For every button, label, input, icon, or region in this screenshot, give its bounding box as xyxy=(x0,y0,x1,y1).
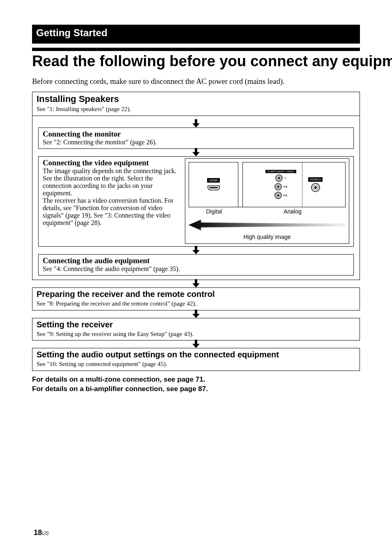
svg-point-14 xyxy=(314,186,317,189)
step-subtext: See "2: Connecting the monitor" (page 26… xyxy=(43,139,349,146)
digital-analog-labels: Digital Analog xyxy=(189,207,346,215)
page-number-suffix: US xyxy=(42,531,49,536)
quality-gradient-arrow xyxy=(189,220,346,230)
step-title: Connecting the monitor xyxy=(43,130,349,139)
svg-marker-1 xyxy=(192,148,200,156)
page-number-value: 18 xyxy=(34,528,42,537)
footnotes: For details on a multi-zone connection, … xyxy=(32,375,360,394)
y-label: Y xyxy=(284,177,286,180)
step-subtext: See "10: Setting up connected equipment"… xyxy=(37,360,355,368)
page-number: 18US xyxy=(34,528,49,537)
hdmi-jack-box: HDMI xyxy=(189,162,238,207)
page-title: Read the following before you connect an… xyxy=(32,48,360,70)
quality-label: High quality image xyxy=(189,234,346,240)
svg-marker-18 xyxy=(192,310,200,318)
analog-label: Analog xyxy=(240,207,346,215)
digital-label: Digital xyxy=(189,207,240,215)
step-box-installing-speakers: Installing Speakers See "1: Installing s… xyxy=(32,92,360,116)
step-box-connecting-video: Connecting the video equipment The image… xyxy=(38,156,354,247)
arrow-down-icon xyxy=(32,340,360,349)
svg-point-11 xyxy=(277,195,279,197)
svg-point-8 xyxy=(277,186,279,188)
pr-label: PR xyxy=(284,194,288,197)
video-jack-diagram: HDMI COMPONENT VIDEO xyxy=(185,158,349,244)
step-box-audio-output-settings: Setting the audio output settings on the… xyxy=(32,348,360,371)
step-body: The image quality depends on the connect… xyxy=(43,167,180,227)
step-title: Setting the receiver xyxy=(37,320,355,329)
arrow-down-icon xyxy=(32,279,360,288)
dashed-divider xyxy=(302,162,302,207)
svg-point-5 xyxy=(278,177,280,179)
rca-jack-icon xyxy=(275,174,283,182)
svg-marker-15 xyxy=(189,220,345,230)
outer-connection-group: Connecting the monitor See "2: Connectin… xyxy=(32,116,360,280)
step-title: Connecting the audio equipment xyxy=(43,256,349,265)
svg-marker-16 xyxy=(192,246,200,254)
intro-paragraph: Before connecting cords, make sure to di… xyxy=(32,77,360,86)
rca-jack-icon xyxy=(274,192,282,199)
step-box-connecting-audio: Connecting the audio equipment See "4: C… xyxy=(38,254,354,276)
step-title: Setting the audio output settings on the… xyxy=(37,350,355,359)
component-video-column: COMPONENT VIDEO Y PB xyxy=(265,170,296,199)
footnote-biamp: For details on a bi-amplifier connection… xyxy=(32,385,360,394)
svg-marker-17 xyxy=(192,279,200,287)
component-label: COMPONENT VIDEO xyxy=(265,170,296,173)
step-subtext: See "9: Setting up the receiver using th… xyxy=(37,330,355,338)
arrow-down-icon xyxy=(38,246,354,255)
step-title: Installing Speakers xyxy=(37,94,355,104)
step-subtext: See "4: Connecting the audio equipment" … xyxy=(43,265,349,273)
video-label: VIDEO xyxy=(308,177,323,182)
step-title: Preparing the receiver and the remote co… xyxy=(37,290,355,299)
rca-jack-icon xyxy=(274,183,282,190)
arrow-down-icon xyxy=(38,119,354,128)
svg-marker-19 xyxy=(192,340,200,348)
step-box-setting-receiver: Setting the receiver See "9: Setting up … xyxy=(32,318,360,341)
step-title: Connecting the video equipment xyxy=(43,158,180,167)
step-box-preparing-receiver: Preparing the receiver and the remote co… xyxy=(32,287,360,310)
arrow-down-icon xyxy=(38,148,354,157)
step-subtext: See "1: Installing speakers" (page 22). xyxy=(37,105,355,113)
composite-video-column: VIDEO xyxy=(308,177,323,192)
footnote-multizone: For details on a multi-zone connection, … xyxy=(32,375,360,385)
step-subtext: See "8: Preparing the receiver and the r… xyxy=(37,300,355,308)
svg-marker-0 xyxy=(192,119,200,127)
pb-label: PB xyxy=(284,185,287,188)
step-box-connecting-monitor: Connecting the monitor See "2: Connectin… xyxy=(38,127,354,149)
section-header: Getting Started xyxy=(32,25,360,44)
analog-jack-box: COMPONENT VIDEO Y PB xyxy=(242,162,346,207)
arrow-down-icon xyxy=(32,310,360,319)
rca-jack-icon xyxy=(311,183,320,192)
hdmi-label: HDMI xyxy=(207,178,219,183)
svg-rect-2 xyxy=(210,187,218,188)
hdmi-port-icon xyxy=(207,185,220,191)
